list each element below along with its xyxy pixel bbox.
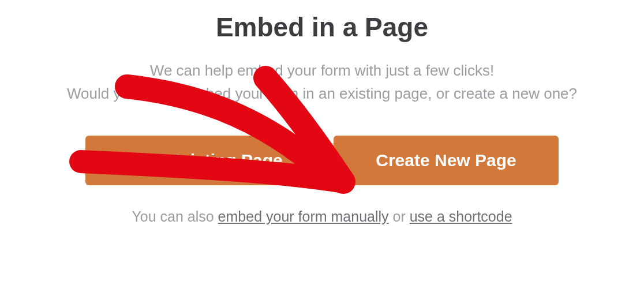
subtitle-line2: Would you like to embed your form in an … (67, 85, 577, 102)
footer-prefix: You can also (132, 208, 218, 224)
button-row: Select Existing Page Create New Page (85, 136, 559, 185)
modal-subtitle: We can help embed your form with just a … (67, 59, 577, 106)
embed-manually-link[interactable]: embed your form manually (218, 208, 389, 224)
footer-text: You can also embed your form manually or… (132, 208, 512, 225)
subtitle-line1: We can help embed your form with just a … (150, 62, 494, 79)
footer-middle: or (389, 208, 410, 224)
use-shortcode-link[interactable]: use a shortcode (410, 208, 512, 224)
create-new-page-button[interactable]: Create New Page (334, 136, 559, 185)
select-existing-page-button[interactable]: Select Existing Page (85, 136, 310, 185)
modal-title: Embed in a Page (216, 12, 428, 43)
